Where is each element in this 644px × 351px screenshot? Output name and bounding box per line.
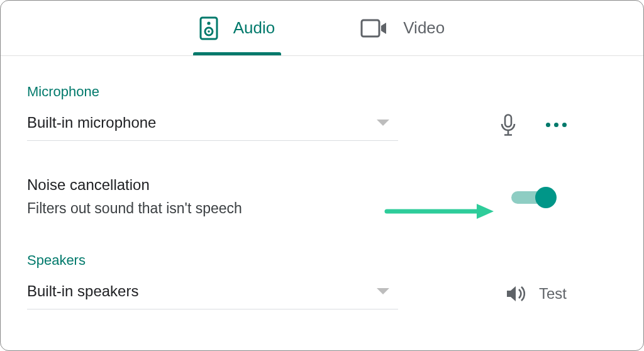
more-options-button[interactable]: [546, 123, 567, 127]
chevron-down-icon: [377, 288, 389, 294]
microphone-heading: Microphone: [27, 84, 617, 100]
svg-point-3: [208, 30, 210, 33]
microphone-selected-value: Built-in microphone: [27, 114, 156, 131]
svg-rect-4: [362, 20, 379, 36]
video-icon: [360, 19, 388, 38]
noise-cancellation-description: Filters out sound that isn't speech: [27, 200, 242, 217]
tab-audio[interactable]: Audio: [194, 1, 280, 55]
dots-horizontal-icon: [546, 123, 567, 127]
volume-icon: [505, 284, 528, 304]
chevron-down-icon: [377, 120, 389, 126]
speakers-selected-value: Built-in speakers: [27, 282, 138, 300]
svg-point-1: [207, 21, 210, 25]
speakers-section: Speakers Built-in speakers Test: [27, 252, 617, 309]
microphone-icon[interactable]: [499, 114, 517, 136]
microphone-select[interactable]: Built-in microphone: [27, 109, 398, 141]
noise-cancellation-toggle[interactable]: [511, 186, 554, 208]
speaker-icon: [199, 16, 218, 40]
tab-video-label: Video: [403, 18, 445, 38]
speakers-select[interactable]: Built-in speakers: [27, 277, 398, 309]
noise-cancellation-section: Noise cancellation Filters out sound tha…: [27, 176, 617, 217]
test-button-label: Test: [539, 285, 567, 303]
toggle-thumb: [535, 187, 557, 208]
tabs-bar: Audio Video: [1, 1, 643, 56]
speakers-heading: Speakers: [27, 252, 617, 269]
svg-rect-5: [505, 114, 511, 126]
test-speakers-button[interactable]: Test: [505, 284, 567, 304]
noise-cancellation-title: Noise cancellation: [27, 176, 242, 194]
tab-video[interactable]: Video: [355, 1, 450, 55]
settings-panel: Audio Video Microphone Built-in micropho…: [0, 0, 644, 351]
tab-audio-label: Audio: [233, 18, 275, 38]
microphone-section: Microphone Built-in microphone: [27, 84, 617, 141]
content-area: Microphone Built-in microphone: [1, 56, 643, 309]
